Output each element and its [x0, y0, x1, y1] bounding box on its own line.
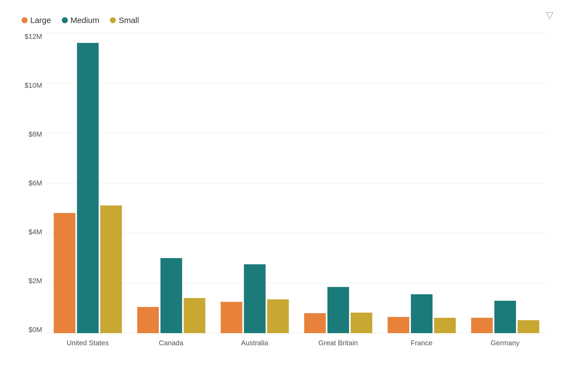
- legend-item-large: Large: [22, 16, 51, 25]
- bar-small: [100, 205, 122, 333]
- small-legend-dot: [110, 17, 116, 23]
- x-axis-label: Australia: [213, 339, 296, 347]
- y-axis-label: $2M: [22, 277, 46, 284]
- y-axis-label: $12M: [22, 33, 46, 40]
- x-axis-label: France: [380, 339, 463, 347]
- bar-large: [54, 213, 75, 333]
- legend-item-medium: Medium: [62, 16, 99, 25]
- bar-medium: [77, 43, 99, 333]
- country-group: [46, 33, 129, 333]
- bar-small: [351, 313, 372, 333]
- x-axis-label: Great Britain: [296, 339, 380, 347]
- y-axis-label: $10M: [22, 82, 46, 89]
- y-axis-label: $4M: [22, 228, 46, 235]
- bar-large: [388, 317, 409, 333]
- filter-icon[interactable]: ▽: [546, 9, 554, 21]
- x-axis-label: United States: [46, 339, 129, 347]
- bar-small: [267, 299, 289, 333]
- bar-large: [471, 318, 493, 333]
- country-group: [380, 33, 463, 333]
- bar-large: [221, 302, 242, 333]
- bar-large: [304, 313, 326, 333]
- large-legend-dot: [22, 17, 28, 23]
- large-legend-label: Large: [30, 16, 51, 25]
- chart-legend: LargeMediumSmall: [22, 16, 547, 25]
- bar-medium: [411, 294, 433, 333]
- country-group: [213, 33, 296, 333]
- x-labels: United StatesCanadaAustraliaGreat Britai…: [46, 333, 547, 349]
- bar-small: [184, 298, 205, 333]
- y-axis: $0M$2M$4M$6M$8M$10M$12M: [22, 33, 46, 349]
- bar-large: [137, 307, 159, 333]
- bars-area: [46, 33, 547, 333]
- bar-small: [518, 320, 539, 333]
- country-group: [129, 33, 213, 333]
- medium-legend-dot: [62, 17, 68, 23]
- chart-container: LargeMediumSmall ▽ $0M$2M$4M$6M$8M$10M$1…: [0, 0, 563, 392]
- bar-medium: [160, 258, 182, 333]
- y-axis-label: $0M: [22, 326, 46, 333]
- medium-legend-label: Medium: [71, 16, 99, 25]
- country-group: [296, 33, 380, 333]
- chart-body: United StatesCanadaAustraliaGreat Britai…: [46, 33, 547, 349]
- bar-medium: [327, 287, 349, 333]
- chart-area: $0M$2M$4M$6M$8M$10M$12M United StatesCan…: [22, 33, 547, 349]
- small-legend-label: Small: [119, 16, 139, 25]
- bar-small: [434, 318, 456, 333]
- x-axis-label: Canada: [129, 339, 213, 347]
- y-axis-label: $6M: [22, 180, 46, 187]
- legend-item-small: Small: [110, 16, 139, 25]
- x-axis-label: Germany: [463, 339, 547, 347]
- y-axis-label: $8M: [22, 131, 46, 138]
- bar-medium: [494, 301, 516, 333]
- bar-medium: [244, 264, 266, 333]
- country-group: [463, 33, 547, 333]
